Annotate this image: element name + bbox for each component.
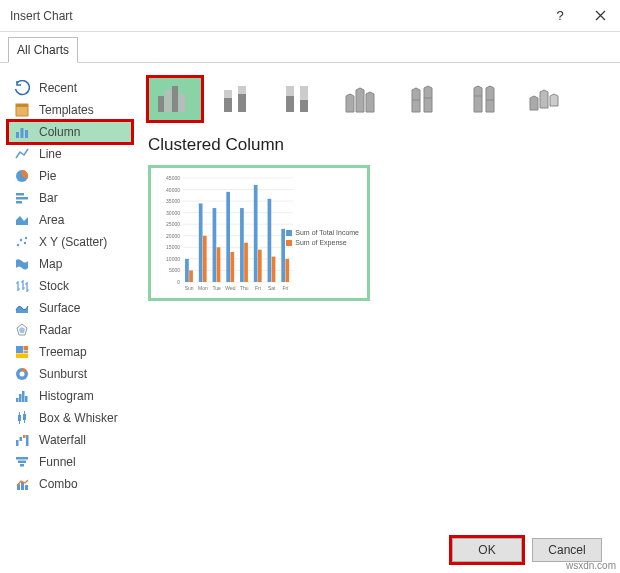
sidebar-item-label: Box & Whisker [39, 411, 118, 425]
sidebar-item-boxwhisker[interactable]: Box & Whisker [8, 407, 132, 429]
sidebar-item-sunburst[interactable]: Sunburst [8, 363, 132, 385]
titlebar: Insert Chart ? [0, 0, 620, 32]
subtype-100stacked-column[interactable] [272, 77, 326, 121]
area-icon [14, 212, 30, 228]
sidebar-item-column[interactable]: Column [8, 121, 132, 143]
svg-rect-41 [224, 98, 232, 112]
dialog-footer: OK Cancel [0, 527, 620, 573]
cancel-button[interactable]: Cancel [532, 538, 602, 562]
sidebar-item-label: Column [39, 125, 80, 139]
sidebar-item-templates[interactable]: Templates [8, 99, 132, 121]
window-title: Insert Chart [10, 9, 540, 23]
sidebar-item-bar[interactable]: Bar [8, 187, 132, 209]
3d-column-icon [526, 82, 568, 116]
sidebar-item-treemap[interactable]: Treemap [8, 341, 132, 363]
clustered-column-icon [154, 82, 196, 116]
svg-text:20000: 20000 [166, 233, 180, 239]
svg-rect-8 [16, 201, 22, 204]
sidebar-item-label: Stock [39, 279, 69, 293]
sidebar-item-scatter[interactable]: X Y (Scatter) [8, 231, 132, 253]
3d-100stacked-column-icon [464, 82, 506, 116]
sidebar-item-label: Recent [39, 81, 77, 95]
svg-rect-32 [18, 461, 26, 464]
subtype-3d-column[interactable] [520, 77, 574, 121]
sidebar-item-label: Bar [39, 191, 58, 205]
svg-rect-48 [300, 86, 308, 100]
svg-rect-37 [158, 96, 164, 112]
svg-rect-85 [258, 250, 262, 282]
help-button[interactable]: ? [540, 0, 580, 32]
close-icon [595, 10, 606, 21]
sidebar-item-recent[interactable]: Recent [8, 77, 132, 99]
svg-rect-21 [16, 398, 19, 402]
svg-rect-84 [254, 185, 258, 282]
sidebar-item-label: X Y (Scatter) [39, 235, 107, 249]
sidebar-item-combo[interactable]: Combo [8, 473, 132, 495]
svg-point-11 [24, 242, 26, 244]
svg-text:10000: 10000 [166, 256, 180, 262]
sidebar-item-area[interactable]: Area [8, 209, 132, 231]
svg-rect-15 [16, 346, 23, 353]
bar-icon [14, 190, 30, 206]
radar-icon [14, 322, 30, 338]
sidebar-item-pie[interactable]: Pie [8, 165, 132, 187]
svg-rect-4 [25, 130, 28, 138]
svg-text:25000: 25000 [166, 221, 180, 227]
sunburst-icon [14, 366, 30, 382]
sidebar-item-stock[interactable]: Stock [8, 275, 132, 297]
sidebar-item-line[interactable]: Line [8, 143, 132, 165]
subtype-clustered-column[interactable] [148, 77, 202, 121]
svg-text:Fri: Fri [255, 285, 261, 291]
100stacked-column-icon [278, 82, 320, 116]
svg-rect-42 [224, 90, 232, 98]
sidebar-item-label: Histogram [39, 389, 94, 403]
chart-preview[interactable]: 0500010000150002000025000300003500040000… [148, 165, 370, 301]
svg-point-10 [20, 239, 22, 241]
close-button[interactable] [580, 0, 620, 32]
subtype-3d-clustered-column[interactable] [334, 77, 388, 121]
3d-clustered-column-icon [340, 82, 382, 116]
svg-rect-16 [24, 346, 29, 350]
svg-rect-29 [23, 435, 26, 438]
ok-button[interactable]: OK [452, 538, 522, 562]
subtype-3d-stacked-column[interactable] [396, 77, 450, 121]
svg-point-12 [25, 237, 27, 239]
svg-rect-78 [226, 192, 230, 282]
svg-rect-46 [286, 86, 294, 96]
svg-rect-36 [25, 485, 28, 490]
boxwhisker-icon [14, 410, 30, 426]
subtype-stacked-column[interactable] [210, 77, 264, 121]
column-icon [14, 124, 30, 140]
svg-rect-44 [238, 86, 246, 94]
sidebar-item-radar[interactable]: Radar [8, 319, 132, 341]
sidebar-item-map[interactable]: Map [8, 253, 132, 275]
sidebar-item-label: Waterfall [39, 433, 86, 447]
svg-rect-25 [18, 415, 21, 421]
chart-title: Clustered Column [148, 135, 610, 155]
svg-text:Mon: Mon [198, 285, 208, 291]
svg-text:Wed: Wed [225, 285, 235, 291]
svg-rect-38 [165, 90, 171, 112]
sidebar-item-waterfall[interactable]: Waterfall [8, 429, 132, 451]
svg-text:40000: 40000 [166, 187, 180, 193]
svg-rect-90 [281, 229, 285, 282]
sidebar-item-funnel[interactable]: Funnel [8, 451, 132, 473]
svg-text:Thu: Thu [240, 285, 249, 291]
svg-point-20 [20, 372, 25, 377]
svg-text:30000: 30000 [166, 210, 180, 216]
subtype-3d-100stacked-column[interactable] [458, 77, 512, 121]
svg-rect-40 [179, 94, 185, 112]
sidebar-item-label: Treemap [39, 345, 87, 359]
svg-rect-79 [230, 252, 234, 282]
svg-marker-14 [19, 327, 25, 333]
svg-rect-17 [24, 351, 29, 354]
sidebar-item-label: Line [39, 147, 62, 161]
svg-rect-87 [268, 199, 272, 282]
tab-all-charts[interactable]: All Charts [8, 37, 78, 63]
sidebar-item-surface[interactable]: Surface [8, 297, 132, 319]
svg-rect-33 [20, 464, 24, 467]
recent-icon [14, 80, 30, 96]
svg-rect-82 [244, 243, 248, 282]
sidebar-item-histogram[interactable]: Histogram [8, 385, 132, 407]
svg-rect-31 [16, 457, 28, 460]
